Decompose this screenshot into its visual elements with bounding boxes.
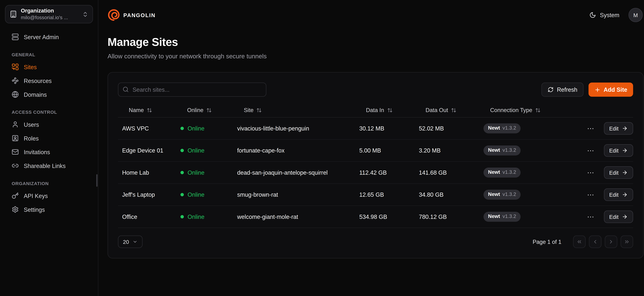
cell-connection-type: Newt v1.3.2 xyxy=(479,212,580,222)
sites-toolbar: Refresh Add Site xyxy=(118,82,633,97)
page-size-select[interactable]: 20 xyxy=(118,236,143,248)
column-header[interactable]: Data In xyxy=(355,107,415,114)
next-page-button[interactable] xyxy=(605,236,617,248)
sidebar-scrollbar-thumb[interactable] xyxy=(96,174,98,187)
column-header-label: Name xyxy=(129,107,144,114)
column-header[interactable]: Connection Type xyxy=(479,107,580,114)
avatar[interactable]: M xyxy=(628,8,643,22)
sidebar-item-sites[interactable]: Sites xyxy=(5,60,93,74)
sidebar-item-label: Roles xyxy=(24,135,39,142)
sidebar-item-resources[interactable]: Resources xyxy=(5,74,93,88)
column-header-label: Site xyxy=(244,107,254,114)
sidebar-item-invitations[interactable]: Invitations xyxy=(5,145,93,159)
nav-item-icon xyxy=(12,91,19,98)
cell-data-in: 5.00 MB xyxy=(355,147,415,154)
column-header[interactable]: Online xyxy=(176,107,233,114)
connection-type-badge: Newt v1.3.2 xyxy=(484,190,521,200)
cell-row-menu: ⋯ xyxy=(581,167,600,178)
refresh-button[interactable]: Refresh xyxy=(542,82,584,97)
online-status-dot xyxy=(180,193,184,196)
sort-icon xyxy=(535,108,540,113)
sort-icon xyxy=(206,108,212,113)
sidebar-item-shareable-links[interactable]: Shareable Links xyxy=(5,159,93,172)
column-header[interactable]: Name xyxy=(118,107,176,114)
column-header-label: Connection Type xyxy=(490,107,532,114)
first-page-button[interactable] xyxy=(573,236,586,248)
connection-type-name: Newt xyxy=(488,214,500,220)
arrow-right-icon xyxy=(622,126,628,131)
connection-type-version: v1.3.2 xyxy=(502,214,516,220)
org-subtitle: milo@fossorial.io's ... xyxy=(21,15,78,21)
cell-connection-type: Newt v1.3.2 xyxy=(479,168,580,178)
sidebar-item-api-keys[interactable]: API Keys xyxy=(5,189,93,202)
online-status-label: Online xyxy=(188,191,204,198)
sidebar-item-settings[interactable]: Settings xyxy=(5,202,93,216)
page-info: Page 1 of 1 xyxy=(532,239,561,245)
row-menu-button[interactable]: ⋯ xyxy=(584,190,596,200)
edit-button[interactable]: Edit xyxy=(604,144,633,157)
table-row: AWS VPC Online vivacious-little-blue-pen… xyxy=(118,118,633,140)
cell-name: Jeff's Laptop xyxy=(118,191,176,198)
nav-item-icon xyxy=(12,192,19,199)
row-menu-button[interactable]: ⋯ xyxy=(584,145,596,156)
sidebar-item-users[interactable]: Users xyxy=(5,118,93,132)
connection-type-name: Newt xyxy=(488,192,500,198)
server-icon xyxy=(12,33,19,40)
cell-name: AWS VPC xyxy=(118,125,176,132)
cell-name: Office xyxy=(118,214,176,220)
edit-button[interactable]: Edit xyxy=(604,210,633,223)
refresh-icon xyxy=(548,87,554,92)
cell-connection-type: Newt v1.3.2 xyxy=(479,146,580,155)
table-row: Home Lab Online dead-san-joaquin-antelop… xyxy=(118,162,633,184)
sidebar-item-label: Sites xyxy=(24,64,37,70)
row-menu-button[interactable]: ⋯ xyxy=(584,123,596,134)
theme-label: System xyxy=(600,12,620,18)
cell-online: Online xyxy=(176,191,233,198)
cell-site: smug-brown-rat xyxy=(233,191,355,198)
cell-name: Home Lab xyxy=(118,169,176,176)
online-status-dot xyxy=(180,149,184,152)
chevrons-right-icon xyxy=(624,239,630,244)
brand[interactable]: PANGOLIN xyxy=(108,9,156,21)
theme-toggle[interactable]: System xyxy=(590,12,620,18)
column-header[interactable]: Data Out xyxy=(415,107,480,114)
row-menu-button[interactable]: ⋯ xyxy=(584,212,596,222)
sidebar-item-roles[interactable]: Roles xyxy=(5,131,93,145)
sidebar-item-server-admin[interactable]: Server Admin xyxy=(5,30,93,44)
page-subtitle: Allow connectivity to your network throu… xyxy=(108,52,644,60)
sort-icon xyxy=(451,108,456,113)
org-switcher[interactable]: Organization milo@fossorial.io's ... xyxy=(5,5,93,23)
edit-label: Edit xyxy=(609,147,619,154)
online-status-dot xyxy=(180,215,184,218)
chevrons-left-icon xyxy=(576,239,582,244)
sidebar-item-label: Invitations xyxy=(24,149,50,155)
sort-icon xyxy=(147,108,152,113)
cell-data-out: 780.12 GB xyxy=(415,214,480,220)
sidebar-item-domains[interactable]: Domains xyxy=(5,88,93,101)
edit-button[interactable]: Edit xyxy=(604,166,633,179)
sidebar-item-label: Resources xyxy=(24,77,52,84)
cell-edit: Edit xyxy=(600,188,633,201)
prev-page-button[interactable] xyxy=(589,236,601,248)
search-input[interactable] xyxy=(118,82,266,97)
connection-type-version: v1.3.2 xyxy=(502,147,516,154)
sidebar-section-title: ORGANIZATION xyxy=(12,181,86,186)
edit-button[interactable]: Edit xyxy=(604,122,633,134)
sidebar-section-title: ACCESS CONTROL xyxy=(12,110,86,115)
cell-connection-type: Newt v1.3.2 xyxy=(479,190,580,200)
topbar: PANGOLIN System M xyxy=(98,0,644,30)
cell-site: fortunate-cape-fox xyxy=(233,147,355,154)
main-area: PANGOLIN System M Manage Sites Allow con… xyxy=(98,0,644,296)
cell-site: welcome-giant-mole-rat xyxy=(233,214,355,220)
add-site-button[interactable]: Add Site xyxy=(588,82,633,97)
nav-item-icon xyxy=(12,77,19,84)
column-header[interactable]: Site xyxy=(233,107,355,114)
cell-online: Online xyxy=(176,169,233,176)
row-menu-button[interactable]: ⋯ xyxy=(584,167,596,178)
edit-button[interactable]: Edit xyxy=(604,188,633,201)
table-footer: 20 Page 1 of 1 xyxy=(118,236,633,248)
cell-edit: Edit xyxy=(600,144,633,157)
connection-type-version: v1.3.2 xyxy=(502,125,516,132)
last-page-button[interactable] xyxy=(620,236,633,248)
edit-label: Edit xyxy=(609,192,619,198)
